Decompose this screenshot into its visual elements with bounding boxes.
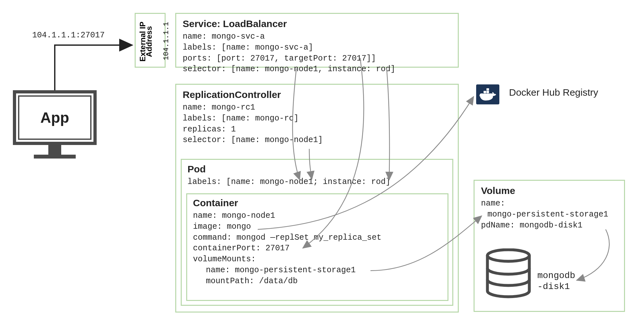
monitor-screen: App — [13, 90, 97, 145]
pod-labels: labels: [name: mongo-node1; instance: ro… — [187, 177, 447, 188]
database-icon — [484, 248, 533, 303]
svg-rect-5 — [486, 91, 489, 93]
service-ports: ports: [port: 27017, targetPort: 27017]] — [183, 53, 451, 64]
svg-rect-6 — [486, 88, 489, 91]
container-vm: volumeMounts: — [193, 254, 442, 265]
app-label: App — [40, 109, 69, 126]
disk-label-2: -disk1 — [537, 282, 570, 292]
container-vm-name: name: mongo-persistent-storage1 — [193, 265, 442, 276]
ip-target-label: 104.1.1.1:27017 — [32, 31, 105, 40]
rc-replicas: replicas: 1 — [183, 124, 451, 135]
service-labels: labels: [name: mongo-svc-a] — [183, 42, 451, 53]
container-title: Container — [193, 198, 442, 208]
svg-rect-4 — [484, 91, 486, 93]
external-ip-box: External IP Address 104.1.1.1 — [135, 13, 166, 68]
arrow-app-to-ext-ip — [55, 45, 132, 90]
monitor-stand — [48, 145, 61, 155]
volume-box: Volume name: mongo-persistent-storage1 p… — [474, 180, 625, 312]
container-box: Container name: mongo-node1 image: mongo… — [186, 193, 448, 301]
volume-pd: pdName: mongodb-disk1 — [481, 220, 618, 231]
rc-labels: labels: [name: mongo-rc] — [183, 113, 451, 124]
service-box: Service: LoadBalancer name: mongo-svc-a … — [175, 13, 459, 68]
volume-name-lbl: name: — [481, 198, 618, 209]
rc-name: name: mongo-rc1 — [183, 102, 451, 113]
svg-point-7 — [487, 250, 529, 261]
external-ip-addr: 104.1.1.1 — [162, 22, 170, 60]
container-port: containerPort: 27017 — [193, 243, 442, 254]
volume-title: Volume — [481, 185, 618, 196]
monitor-inner: App — [18, 95, 91, 140]
app-monitor: App — [13, 90, 97, 161]
service-title: Service: LoadBalancer — [183, 18, 451, 29]
monitor-base — [34, 155, 76, 159]
disk-label: mongodb -disk1 — [537, 270, 575, 292]
external-ip-line2: Address — [145, 26, 154, 57]
service-selector: selector: [name: mongo-node1, instance: … — [183, 64, 451, 75]
rc-selector: selector: [name: mongo-node1] — [183, 135, 451, 146]
container-command: command: mongod —replSet my_replica_set — [193, 232, 442, 243]
service-name: name: mongo-svc-a — [183, 31, 451, 42]
container-name: name: mongo-node1 — [193, 210, 442, 221]
volume-name-val: mongo-persistent-storage1 — [481, 209, 618, 220]
docker-icon — [476, 84, 499, 104]
docker-label: Docker Hub Registry — [509, 87, 598, 98]
rc-title: ReplicationController — [183, 89, 451, 100]
replication-controller-box: ReplicationController name: mongo-rc1 la… — [175, 84, 459, 313]
pod-box: Pod labels: [name: mongo-node1; instance… — [181, 159, 453, 306]
disk-label-1: mongodb — [537, 271, 575, 281]
pod-title: Pod — [187, 164, 447, 175]
container-image: image: mongo — [193, 221, 442, 232]
container-vm-path: mountPath: /data/db — [193, 276, 442, 287]
